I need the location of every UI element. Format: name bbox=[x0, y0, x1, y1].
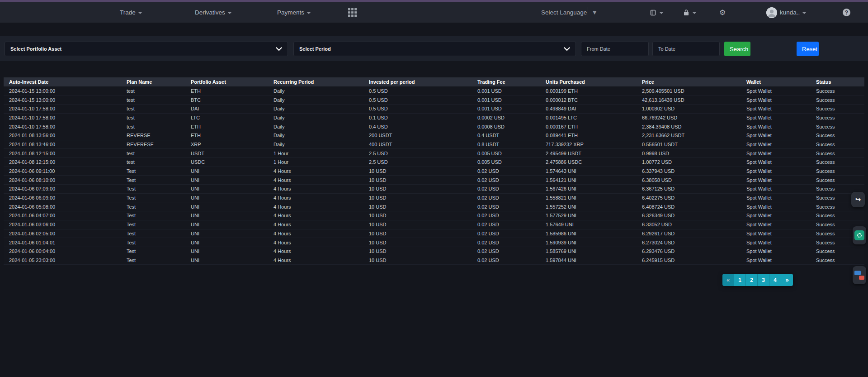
column-header: Trading Fee bbox=[472, 77, 540, 86]
table-cell: 0.556501 USDT bbox=[637, 140, 741, 149]
table-cell: UNI bbox=[185, 193, 268, 202]
table-cell: 0.02 USD bbox=[472, 167, 540, 176]
table-cell: 4 Hours bbox=[268, 238, 363, 247]
table-cell: 10 USD bbox=[363, 247, 472, 256]
table-cell: DAI bbox=[185, 104, 268, 113]
table-cell: UNI bbox=[185, 211, 268, 220]
table-cell: 1.585769 UNI bbox=[540, 247, 637, 256]
orders-menu[interactable] bbox=[683, 2, 696, 23]
pagination-next-button[interactable]: » bbox=[781, 274, 793, 286]
column-header: Invested per period bbox=[363, 77, 472, 86]
table-cell: 0.9998 USD bbox=[637, 149, 741, 158]
app-root: Trade Derivatives Payments Select Langua… bbox=[0, 0, 868, 377]
table-row: 2024-01-10 17:58:00testETHDaily0.4 USD0.… bbox=[4, 122, 864, 131]
gear-icon: ⚙ bbox=[719, 8, 726, 17]
table-body: 2024-01-15 13:00:00testETHDaily0.5 USD0.… bbox=[4, 86, 864, 265]
table-cell: 0.001 USD bbox=[472, 95, 540, 105]
table-cell: Spot Wallet bbox=[741, 122, 811, 131]
pagination-prev-button[interactable]: « bbox=[722, 274, 734, 286]
table-cell: 10 USD bbox=[363, 211, 472, 220]
portfolio-asset-select-value: Select Portfolio Asset bbox=[10, 46, 61, 52]
table-cell: 1.567426 UNI bbox=[540, 185, 637, 194]
table-cell: 2024-01-06 08:10:00 bbox=[4, 176, 121, 185]
table-row: 2024-01-15 13:00:00testBTCDaily0.5 USD0.… bbox=[4, 95, 864, 105]
table-cell: Test bbox=[121, 256, 185, 265]
table-cell: 10 USD bbox=[363, 220, 472, 229]
table-cell: 4 Hours bbox=[268, 211, 363, 220]
pagination-page-1-button[interactable]: 1 bbox=[734, 274, 746, 286]
wallet-icon bbox=[650, 9, 657, 16]
dropdown-triangle-icon: ▼ bbox=[593, 10, 596, 15]
from-date-input[interactable] bbox=[581, 42, 649, 56]
table-cell: 4 Hours bbox=[268, 220, 363, 229]
apps-grid-icon[interactable] bbox=[348, 2, 357, 23]
table-cell: ETH bbox=[185, 122, 268, 131]
pagination-page-2-button[interactable]: 2 bbox=[746, 274, 758, 286]
table-row: 2024-01-08 13:56:00REVERSEETHDaily200 US… bbox=[4, 131, 864, 140]
user-name: kunda.. bbox=[780, 9, 800, 16]
table-cell: 2024-01-08 13:56:00 bbox=[4, 131, 121, 140]
column-header: Portfolio Asset bbox=[185, 77, 268, 86]
assistant-widget-button[interactable] bbox=[853, 226, 866, 244]
filter-bar: Select Portfolio Asset Select Period Sea… bbox=[0, 36, 868, 61]
share-widget-button[interactable]: ↪ bbox=[851, 192, 865, 207]
chat-widget-button[interactable] bbox=[853, 266, 866, 284]
table-cell: Test bbox=[121, 247, 185, 256]
table-cell: 10 USD bbox=[363, 202, 472, 211]
table-cell: 2024-01-06 04:07:00 bbox=[4, 211, 121, 220]
table-cell: 10 USD bbox=[363, 238, 472, 247]
language-dropdown-trigger[interactable]: ▼ bbox=[593, 2, 596, 23]
table-cell: Spot Wallet bbox=[741, 202, 811, 211]
pagination-page-3-button[interactable]: 3 bbox=[758, 274, 769, 286]
user-menu[interactable]: kunda.. bbox=[766, 2, 806, 23]
chevron-down-icon bbox=[564, 47, 570, 51]
column-header: Price bbox=[637, 77, 741, 86]
table-cell: USDC bbox=[185, 158, 268, 167]
table-cell: 2024-01-06 05:08:00 bbox=[4, 202, 121, 211]
language-selector-label: Select Language bbox=[541, 9, 587, 16]
table-cell: REVERESE bbox=[121, 140, 185, 149]
to-date-input[interactable] bbox=[652, 42, 720, 56]
table-cell: Spot Wallet bbox=[741, 95, 811, 105]
table-cell: Success bbox=[811, 113, 864, 122]
table-cell: Test bbox=[121, 202, 185, 211]
help-button[interactable]: ? bbox=[843, 2, 850, 23]
table-cell: 6.293476 USD bbox=[637, 247, 741, 256]
table-cell: 200 USDT bbox=[363, 131, 472, 140]
table-cell: 0.000167 ETH bbox=[540, 122, 637, 131]
reset-button[interactable]: Reset bbox=[797, 42, 819, 56]
nav-derivatives[interactable]: Derivatives bbox=[195, 2, 231, 23]
search-button[interactable]: Search bbox=[724, 42, 750, 56]
table-cell: 400 USDT bbox=[363, 140, 472, 149]
table-cell: 1.574643 UNI bbox=[540, 167, 637, 176]
table-cell: Test bbox=[121, 185, 185, 194]
table-cell: 4 Hours bbox=[268, 185, 363, 194]
table-cell: 0.005 USD bbox=[472, 149, 540, 158]
table-cell: LTC bbox=[185, 113, 268, 122]
language-selector[interactable]: Select Language bbox=[541, 2, 587, 23]
pagination-page-4-button[interactable]: 4 bbox=[769, 274, 781, 286]
table-cell: test bbox=[121, 113, 185, 122]
table-cell: 1.000302 USD bbox=[637, 104, 741, 113]
table-cell: 10 USD bbox=[363, 256, 472, 265]
table-cell: Success bbox=[811, 122, 864, 131]
chevron-down-icon bbox=[802, 12, 806, 14]
wallet-menu[interactable] bbox=[650, 2, 663, 23]
table-cell: Spot Wallet bbox=[741, 247, 811, 256]
table-cell: Daily bbox=[268, 104, 363, 113]
table-cell: Success bbox=[811, 211, 864, 220]
portfolio-asset-select[interactable]: Select Portfolio Asset bbox=[5, 42, 288, 56]
table-cell: 4 Hours bbox=[268, 256, 363, 265]
nav-trade[interactable]: Trade bbox=[120, 2, 142, 23]
nav-payments[interactable]: Payments bbox=[277, 2, 311, 23]
table-cell: UNI bbox=[185, 229, 268, 238]
table-cell: 2024-01-15 13:00:00 bbox=[4, 86, 121, 95]
table-cell: Spot Wallet bbox=[741, 113, 811, 122]
table-cell: Spot Wallet bbox=[741, 131, 811, 140]
table-cell: Success bbox=[811, 131, 864, 140]
settings-button[interactable]: ⚙ bbox=[719, 2, 726, 23]
table-cell: 0.001 USD bbox=[472, 104, 540, 113]
table-cell: 42,613.16439 USD bbox=[637, 95, 741, 105]
period-select[interactable]: Select Period bbox=[293, 42, 576, 56]
table-cell: Daily bbox=[268, 131, 363, 140]
